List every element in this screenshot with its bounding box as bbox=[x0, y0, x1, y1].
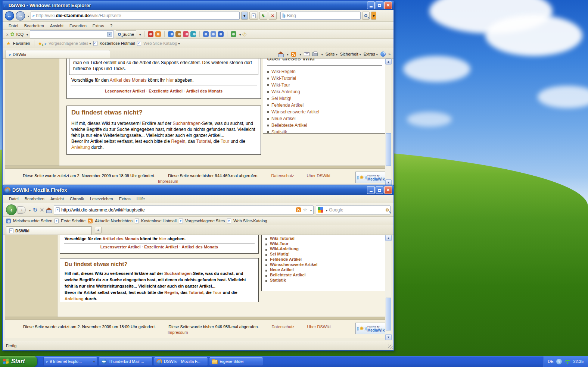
taskbar-item-internet-explorer-group[interactable]: e 9 Internet Explo... bbox=[43, 357, 97, 366]
mail-icon[interactable] bbox=[304, 52, 309, 56]
seite-menu[interactable]: Seite bbox=[326, 52, 337, 56]
link-regeln[interactable]: Regeln bbox=[171, 139, 185, 144]
link-suchanfragen[interactable]: Suchanfragen bbox=[164, 271, 192, 276]
reload-icon[interactable]: ↻ bbox=[33, 207, 38, 213]
rss-dropdown[interactable] bbox=[299, 52, 301, 56]
toolbar-overflow-chevron[interactable]: » bbox=[388, 52, 391, 56]
link-statistik[interactable]: Statistik bbox=[265, 129, 384, 135]
find-user-icon[interactable] bbox=[203, 31, 209, 37]
icq-dropdown[interactable] bbox=[25, 32, 28, 37]
clock[interactable]: 22:35 bbox=[573, 359, 584, 364]
new-tab-button[interactable]: + bbox=[95, 227, 102, 233]
add-user-icon[interactable] bbox=[211, 31, 216, 37]
maximize-button[interactable] bbox=[376, 1, 383, 9]
link-lesenswerter-artikel[interactable]: Lesenswerter Artikel bbox=[100, 245, 141, 249]
link-tutorial[interactable]: Tutorial bbox=[196, 139, 211, 144]
favorites-button[interactable]: Favoriten bbox=[13, 41, 30, 46]
games-icon[interactable] bbox=[190, 31, 196, 37]
help-icon[interactable] bbox=[380, 51, 386, 57]
search-button[interactable] bbox=[362, 12, 370, 20]
bookmark-star-icon[interactable]: ☆ bbox=[303, 207, 307, 213]
link-fehlende-artikel[interactable]: Fehlende Artikel bbox=[264, 257, 384, 262]
forward-button[interactable]: › bbox=[18, 206, 26, 214]
ie-vertical-scrollbar[interactable]: ▲ ▼ bbox=[385, 59, 391, 185]
wifi-icon[interactable] bbox=[565, 359, 570, 364]
link-sei-mutig[interactable]: Sei Mutig! bbox=[265, 95, 384, 102]
taskbar-item-firefox[interactable]: DSWiki - Mozilla F... bbox=[154, 357, 208, 366]
link-wiki-tour[interactable]: Wiki-Tour bbox=[264, 241, 384, 246]
link-lesenswerter-artikel[interactable]: Lesenswerter Artikel bbox=[105, 89, 145, 93]
stop-button[interactable]: ✕ bbox=[269, 12, 277, 20]
menu-lesezeichen[interactable]: Lesezeichen bbox=[87, 196, 116, 202]
compatibility-view-button[interactable] bbox=[249, 12, 258, 20]
link-sei-mutig[interactable]: Sei Mutig! bbox=[264, 251, 384, 257]
mediawiki-badge[interactable]: [( ✺ )] Powered By MediaWiki bbox=[355, 172, 385, 183]
history-dropdown[interactable] bbox=[27, 13, 29, 18]
menu-ansicht[interactable]: Ansicht bbox=[47, 196, 67, 202]
bookmark-aktuelle-nachrichten[interactable]: Aktuelle Nachrichten bbox=[95, 219, 133, 223]
link-regeln[interactable]: Regeln bbox=[164, 290, 178, 295]
chat-icon[interactable] bbox=[168, 31, 174, 37]
menu-favoriten[interactable]: Favoriten bbox=[66, 23, 90, 29]
link-exzellente-artikel[interactable]: Exzellente Artikel bbox=[149, 89, 183, 93]
close-button[interactable]: ✕ bbox=[384, 186, 392, 194]
user-search-icon[interactable] bbox=[218, 31, 224, 37]
compass-icon[interactable] bbox=[148, 31, 153, 37]
icq-close-button[interactable]: x bbox=[6, 32, 9, 37]
language-indicator[interactable]: DE bbox=[548, 359, 553, 364]
scroll-up-button[interactable]: ▲ bbox=[385, 235, 392, 241]
bookmark-kostenlose-hotmail[interactable]: Kostenlose Hotmail bbox=[100, 41, 135, 46]
link-beliebteste-artikel[interactable]: Beliebteste Artikel bbox=[264, 272, 384, 277]
link-wuenschenswerte-artikel[interactable]: Wünschenswerte Artikel bbox=[265, 109, 384, 115]
resize-grip[interactable] bbox=[388, 345, 393, 349]
rss-icon[interactable] bbox=[291, 52, 296, 57]
icq-search-field[interactable]: ▾ bbox=[30, 30, 114, 38]
link-tour[interactable]: Tour bbox=[213, 290, 222, 295]
contacts-icon[interactable] bbox=[175, 31, 181, 37]
link-suchanfragen[interactable]: Suchanfragen bbox=[172, 121, 200, 126]
link-artikel-des-monats-2[interactable]: Artikel des Monats bbox=[186, 89, 223, 93]
forward-button[interactable]: → bbox=[16, 11, 25, 21]
menu-bearbeiten[interactable]: Bearbeiten bbox=[21, 23, 47, 29]
scroll-thumb[interactable] bbox=[386, 298, 391, 330]
home-dropdown[interactable] bbox=[286, 52, 289, 56]
location-dropdown[interactable] bbox=[309, 207, 312, 213]
link-hier[interactable]: hier bbox=[166, 78, 174, 83]
bing-search-box[interactable]: b Bing bbox=[280, 12, 361, 20]
bookmark-vorgeschlagene-sites[interactable]: Vorgeschlagene Sites bbox=[185, 219, 225, 223]
link-wuenschenswerte-artikel[interactable]: Wünschenswerte Artikel bbox=[264, 262, 384, 267]
menu-extras[interactable]: Extras bbox=[90, 23, 107, 29]
back-button[interactable]: ← bbox=[5, 11, 14, 21]
history-dropdown[interactable] bbox=[28, 208, 31, 212]
link-impressum[interactable]: Impressum bbox=[168, 330, 188, 335]
link-impressum[interactable]: Impressum bbox=[158, 179, 178, 184]
bookmark-kostenlose-hotmail[interactable]: Kostenlose Hotmail bbox=[141, 219, 177, 223]
mediawiki-badge[interactable]: [( ✺ )] Powered By MediaWiki bbox=[355, 323, 385, 334]
bookmark-meistbesuchte-seiten[interactable]: Meistbesuchte Seiten bbox=[13, 219, 52, 223]
menu-extras[interactable]: Extras bbox=[116, 196, 134, 202]
link-datenschutz[interactable]: Datenschutz bbox=[271, 324, 294, 329]
minimize-button[interactable] bbox=[367, 1, 375, 9]
home-icon[interactable] bbox=[46, 207, 52, 213]
bookmark-web-slice-katalog[interactable]: Web Slice-Katalog bbox=[143, 41, 180, 46]
scroll-up-button[interactable]: ▲ bbox=[385, 59, 392, 65]
link-artikel-des-monats[interactable]: Artikel des Monats bbox=[110, 78, 147, 83]
link-wiki-tour[interactable]: Wiki-Tour bbox=[265, 82, 384, 88]
taskbar-item-thunderbird[interactable]: Thunderbird Mail ... bbox=[99, 357, 153, 366]
link-anleitung[interactable]: Anleitung bbox=[71, 145, 90, 150]
tab-dswiki[interactable]: e DSWiki bbox=[6, 50, 110, 58]
taskbar-item-eigene-bilder[interactable]: Eigene Bilder bbox=[209, 357, 263, 366]
link-artikel-des-monats[interactable]: Artikel des Monats bbox=[102, 236, 139, 241]
stop-icon[interactable]: ✕ bbox=[40, 207, 44, 213]
scroll-down-button[interactable]: ▼ bbox=[385, 334, 392, 340]
bookmark-erste-schritte[interactable]: Erste Schritte bbox=[61, 219, 85, 223]
close-button[interactable]: ✕ bbox=[384, 1, 392, 9]
sicherheit-menu[interactable]: Sicherheit bbox=[340, 52, 361, 56]
icq-suche-dropdown[interactable] bbox=[138, 32, 141, 37]
refresh-button[interactable]: ↯ bbox=[259, 12, 267, 20]
home-icon[interactable] bbox=[278, 51, 283, 57]
status-check-icon[interactable] bbox=[231, 31, 236, 37]
link-artikel-des-monats-2[interactable]: Artikel des Monats bbox=[181, 245, 218, 249]
link-wiki-tutorial[interactable]: Wiki-Tutorial bbox=[265, 75, 384, 82]
link-neue-artikel[interactable]: Neue Artikel bbox=[265, 115, 384, 122]
